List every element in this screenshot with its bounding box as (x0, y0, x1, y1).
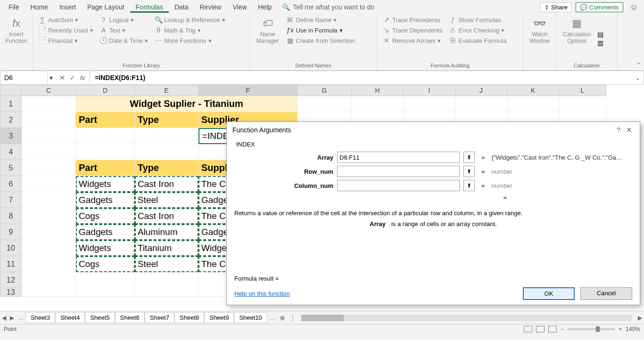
sheet-tab-sheet10[interactable]: Sheet10 (234, 312, 267, 323)
scroll-right-icon[interactable]: ▶ (636, 315, 644, 321)
menu-help[interactable]: Help (253, 1, 278, 13)
ok-button[interactable]: OK (523, 287, 575, 300)
table-cell-part[interactable]: Widgets (76, 176, 135, 192)
cell[interactable] (135, 144, 198, 160)
create-selection-button[interactable]: ▦Create from Selection (284, 36, 357, 45)
row-header-10[interactable]: 10 (0, 240, 22, 256)
menu-view[interactable]: View (227, 1, 252, 13)
select-all-corner[interactable] (0, 85, 22, 96)
insert-function-button[interactable]: fx Insert Function (4, 15, 29, 46)
col-header-I[interactable]: I (404, 85, 455, 96)
colnum-input[interactable] (337, 180, 460, 191)
horizontal-scrollbar[interactable] (301, 315, 632, 321)
use-formula-button[interactable]: ƒxUse in Formula▾ (284, 25, 357, 35)
evaluate-formula-button[interactable]: ⦿Evaluate Formula (447, 36, 508, 45)
lookup-button[interactable]: 🔍Lookup & Reference▾ (153, 15, 227, 24)
col-header-J[interactable]: J (455, 85, 507, 96)
menu-insert[interactable]: Insert (54, 1, 82, 13)
table-cell-part[interactable]: Cogs (76, 208, 135, 224)
logical-button[interactable]: ?Logical▾ (98, 15, 150, 24)
table-cell-type[interactable]: Aluminum (135, 224, 198, 240)
row-header-11[interactable]: 11 (0, 256, 22, 272)
comments-button[interactable]: 💬 Comments (576, 2, 623, 12)
row-header-7[interactable]: 7 (0, 192, 22, 208)
sheet-tab-sheet6[interactable]: Sheet6 (115, 312, 145, 323)
math-button[interactable]: θMath & Trig▾ (153, 25, 227, 35)
sheet-nav-next[interactable]: ▶ (8, 315, 16, 321)
rownum-range-picker-icon[interactable]: ⬆ (463, 166, 475, 177)
cell[interactable] (22, 272, 76, 288)
normal-view-icon[interactable] (524, 326, 532, 332)
cell[interactable] (22, 240, 76, 256)
col-header-F[interactable]: F (198, 85, 297, 96)
row-header-8[interactable]: 8 (0, 208, 22, 224)
title-cell[interactable]: Widget Suplier - Titanium (76, 96, 297, 112)
col-header-C[interactable]: C (22, 85, 76, 96)
row-header-9[interactable]: 9 (0, 224, 22, 240)
cell[interactable] (455, 96, 507, 112)
array-input[interactable] (337, 152, 460, 163)
header-type[interactable]: Type (135, 112, 198, 128)
sheet-tab-sheet9[interactable]: Sheet9 (204, 312, 234, 323)
page-break-view-icon[interactable] (548, 326, 557, 332)
col-header-L[interactable]: L (559, 85, 606, 96)
col-header-E[interactable]: E (135, 85, 198, 96)
remove-arrows-button[interactable]: ✕Remove Arrows▾ (381, 36, 444, 45)
cell[interactable] (22, 288, 76, 297)
row-header-3[interactable]: 3 (0, 128, 22, 144)
row-header-4[interactable]: 4 (0, 144, 22, 160)
cell[interactable] (22, 256, 76, 272)
scrollbar-thumb[interactable] (301, 315, 344, 321)
cell[interactable] (22, 224, 76, 240)
dialog-help-icon[interactable]: ? (615, 126, 622, 134)
fx-button-icon[interactable]: fx (80, 74, 85, 81)
sheet-tab-sheet7[interactable]: Sheet7 (145, 312, 174, 323)
menu-home[interactable]: Home (25, 1, 54, 13)
col-header-D[interactable]: D (76, 85, 135, 96)
financial-button[interactable]: 📄Financial▾ (37, 36, 95, 45)
cell[interactable] (22, 192, 76, 208)
menu-formulas[interactable]: Formulas (130, 1, 169, 13)
row-header-6[interactable]: 6 (0, 176, 22, 192)
table-cell-part[interactable]: Gadgets (76, 224, 135, 240)
cancel-button[interactable]: Cancel (580, 287, 632, 300)
table-cell-part[interactable]: Widgets (76, 240, 135, 256)
menu-data[interactable]: Data (169, 1, 194, 13)
new-sheet-button[interactable]: ⊕ (277, 314, 288, 322)
dialog-close-icon[interactable]: ✕ (624, 126, 634, 134)
col-header-K[interactable]: K (507, 85, 559, 96)
table-cell-type[interactable]: Cast Iron (135, 176, 198, 192)
cell[interactable] (22, 160, 76, 176)
watch-window-button[interactable]: 👓 Watch Window (527, 15, 552, 46)
header-type[interactable]: Type (135, 160, 198, 176)
table-cell-type[interactable]: Steel (135, 256, 198, 272)
formula-input[interactable]: =INDEX(D6:F11) (90, 74, 632, 81)
autosum-button[interactable]: ∑AutoSum▾ (37, 15, 95, 24)
name-manager-button[interactable]: 🏷 Name Manager (254, 15, 281, 62)
more-functions-button[interactable]: ⋯More Functions▾ (153, 36, 227, 45)
cell[interactable] (76, 144, 135, 160)
cell[interactable] (297, 96, 352, 112)
col-header-H[interactable]: H (352, 85, 404, 96)
zoom-level[interactable]: 140% (626, 326, 640, 332)
feedback-icon[interactable]: ☺ (627, 2, 641, 12)
calc-now-icon[interactable]: ▤ (596, 31, 604, 38)
name-box-dropdown[interactable]: ▾ (48, 74, 55, 81)
menu-page-layout[interactable]: Page Layout (82, 1, 130, 13)
cell[interactable] (135, 128, 198, 144)
menu-file[interactable]: File (3, 1, 25, 13)
collapse-ribbon-icon[interactable]: ⌃ (636, 62, 641, 68)
array-range-picker-icon[interactable]: ⬆ (463, 152, 475, 163)
row-header-1[interactable]: 1 (0, 96, 22, 112)
cell[interactable] (22, 112, 76, 128)
page-layout-view-icon[interactable] (536, 326, 545, 332)
zoom-out-icon[interactable]: − (561, 326, 564, 332)
recently-used-button[interactable]: 📄Recently Used▾ (37, 25, 95, 35)
table-cell-type[interactable]: Cast Iron (135, 208, 198, 224)
sheet-tab-sheet5[interactable]: Sheet5 (85, 312, 115, 323)
header-part[interactable]: Part (76, 160, 135, 176)
table-cell-type[interactable]: Steel (135, 192, 198, 208)
text-button[interactable]: AText▾ (98, 25, 150, 35)
cell[interactable] (135, 288, 198, 297)
sheet-tab-sheet3[interactable]: Sheet3 (25, 312, 55, 323)
